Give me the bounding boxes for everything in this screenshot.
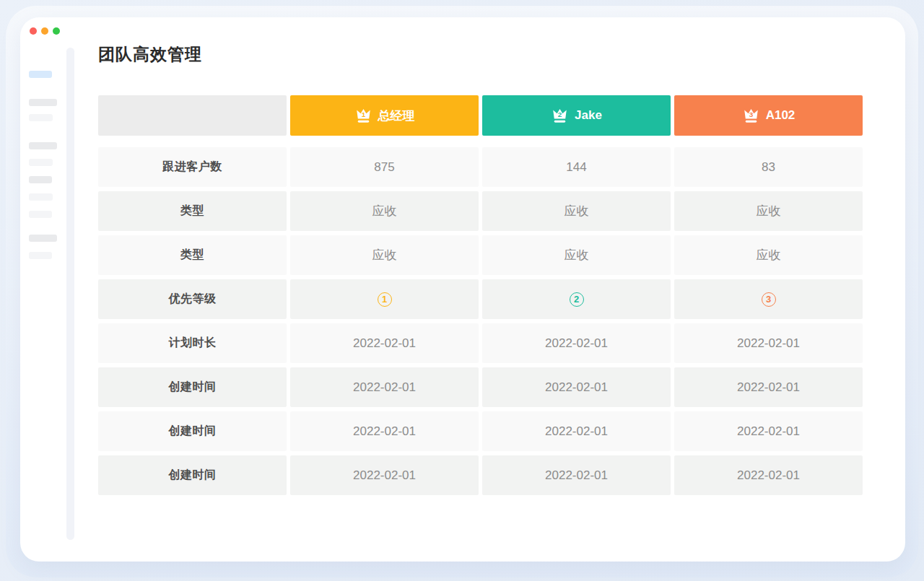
column-header-label: Jake [575,108,602,123]
table-cell: 2022-02-01 [482,411,671,451]
team-table: 1总经理2Jake3A102 跟进客户数87514483类型应收应收应收类型应收… [98,95,863,495]
column-header-label: 总经理 [378,108,415,124]
table-cell: 875 [290,147,479,187]
row-label: 跟进客户数 [98,147,287,187]
table-cell: 2022-02-01 [290,455,479,495]
row-label: 创建时间 [98,367,287,407]
svg-text:2: 2 [558,110,562,118]
table-cell: 2 [482,279,671,319]
table-cell: 1 [290,279,479,319]
table-cell: 应收 [290,191,479,231]
table-cell: 2022-02-01 [674,367,863,407]
sidebar-divider [66,48,74,540]
app-window: 团队高效管理 1总经理2Jake3A102 跟进客户数87514483类型应收应… [20,17,905,562]
crown-icon: 3 [742,107,760,125]
row-label: 优先等级 [98,279,287,319]
column-header-rank-3: 3A102 [674,95,863,136]
row-label: 计划时长 [98,323,287,363]
table-cell: 2022-02-01 [482,367,671,407]
sidebar-item-placeholder [29,159,53,166]
table-cell: 应收 [674,191,863,231]
crown-icon: 1 [354,107,372,125]
table-cell: 2022-02-01 [674,323,863,363]
table-cell: 2022-02-01 [674,455,863,495]
table-cell: 应收 [674,235,863,275]
traffic-lights [30,27,60,35]
table-corner-cell [98,95,287,136]
table-cell: 3 [674,279,863,319]
sidebar-item-placeholder [29,252,52,259]
table-cell: 应收 [482,191,671,231]
minimize-button[interactable] [41,27,48,35]
crown-icon: 2 [551,107,569,125]
table-cell: 2022-02-01 [290,411,479,451]
table-cell: 2022-02-01 [482,455,671,495]
sidebar-item-placeholder [29,114,53,121]
table-cell: 应收 [482,235,671,275]
maximize-button[interactable] [53,27,60,35]
sidebar-item-placeholder [29,176,52,183]
table-cell: 2022-02-01 [674,411,863,451]
sidebar-item-active-placeholder [29,71,52,78]
table-cell: 2022-02-01 [290,323,479,363]
close-button[interactable] [30,27,37,35]
column-header-rank-2: 2Jake [482,95,671,136]
sidebar-item-placeholder [29,99,57,106]
sidebar-item-placeholder [29,193,53,201]
svg-text:3: 3 [749,110,753,118]
table-cell: 2022-02-01 [290,367,479,407]
row-label: 创建时间 [98,455,287,495]
page-title: 团队高效管理 [98,43,202,66]
table-body: 跟进客户数87514483类型应收应收应收类型应收应收应收优先等级123计划时长… [98,147,863,495]
row-label: 类型 [98,235,287,275]
table-cell: 应收 [290,235,479,275]
priority-badge: 1 [378,292,392,307]
table-cell: 83 [674,147,863,187]
table-header-row: 1总经理2Jake3A102 [98,95,863,136]
priority-badge: 2 [570,292,584,307]
svg-text:1: 1 [361,110,365,118]
table-cell: 2022-02-01 [482,323,671,363]
column-header-label: A102 [766,108,796,123]
column-header-rank-1: 1总经理 [290,95,479,136]
table-cell: 144 [482,147,671,187]
priority-badge: 3 [762,292,776,307]
row-label: 类型 [98,191,287,231]
sidebar-item-placeholder [29,211,52,218]
sidebar-item-placeholder [29,142,57,149]
sidebar-item-placeholder [29,235,57,242]
row-label: 创建时间 [98,411,287,451]
